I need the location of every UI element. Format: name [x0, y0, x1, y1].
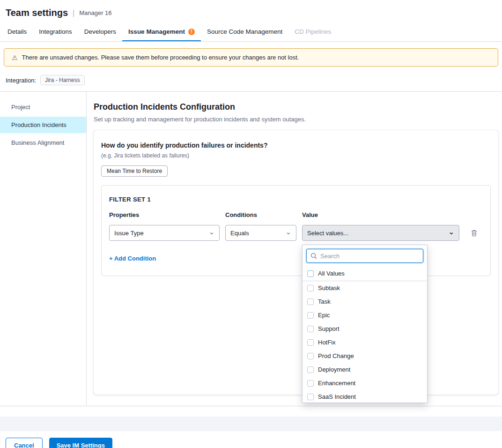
filter-column-headers: Properties Conditions Value [109, 211, 483, 218]
dropdown-search-input[interactable] [320, 253, 419, 260]
team-name: Manager 16 [79, 9, 111, 16]
cancel-button[interactable]: Cancel [6, 438, 43, 448]
option-prod-change-label: Prod Change [318, 352, 354, 359]
section-subtitle: Set up tracking and management for produ… [94, 116, 498, 123]
tab-integrations-label: Integrations [39, 28, 72, 35]
sidebar-item-business-alignment[interactable]: Business Alignment [0, 134, 86, 151]
tab-source-code-management[interactable]: Source Code Management [201, 23, 288, 41]
tab-cd-pipelines: CD Pipelines [288, 23, 337, 41]
sidebar-item-project[interactable]: Project [0, 99, 86, 115]
footer-divider-band [0, 417, 502, 431]
option-support[interactable]: Support [303, 322, 427, 336]
metric-chip-mttr[interactable]: Mean Time to Restore [101, 165, 168, 177]
page-header: Team settings | Manager 16 [0, 0, 502, 23]
filter-row: Issue Type ⌄ Equals ⌄ Select values... ⌄ [109, 225, 483, 241]
option-epic-label: Epic [318, 312, 330, 319]
integration-chip: Jira - Harness [40, 75, 85, 85]
warning-triangle-icon: ⚠ [12, 54, 18, 61]
property-select[interactable]: Issue Type ⌄ [109, 225, 220, 241]
tab-bar: Details Integrations Developers Issue Ma… [0, 23, 502, 42]
checkbox-enhancement[interactable] [307, 380, 314, 387]
column-value: Value [302, 211, 459, 218]
trash-icon [471, 229, 478, 237]
checkbox-task[interactable] [307, 299, 314, 305]
add-condition-button[interactable]: + Add Condition [109, 255, 156, 262]
tab-source-code-management-label: Source Code Management [207, 28, 282, 35]
column-properties: Properties [109, 211, 220, 218]
configuration-card: How do you identify production failures … [94, 130, 498, 395]
option-task[interactable]: Task [303, 295, 427, 308]
option-subtask[interactable]: Subtask [303, 281, 427, 295]
option-hotfix[interactable]: HotFix [303, 336, 427, 349]
tab-issue-management-label: Issue Management [128, 28, 185, 35]
tab-details[interactable]: Details [6, 23, 33, 41]
tab-cd-pipelines-label: CD Pipelines [295, 28, 331, 35]
option-subtask-label: Subtask [318, 284, 340, 291]
sidebar-item-production-incidents-label: Production Incidents [11, 121, 66, 128]
tab-developers[interactable]: Developers [78, 23, 122, 41]
option-task-label: Task [318, 298, 331, 305]
value-cell: Select values... ⌄ [302, 225, 459, 241]
save-im-settings-button[interactable]: Save IM Settings [49, 438, 112, 448]
footer-actions: Cancel Save IM Settings [0, 431, 502, 448]
search-icon [310, 253, 317, 259]
content-area: Project Production Incidents Business Al… [0, 92, 502, 406]
checkbox-subtask[interactable] [307, 285, 314, 291]
dropdown-search-box [306, 249, 423, 263]
value-multiselect[interactable]: Select values... ⌄ [302, 225, 459, 241]
value-dropdown-panel: All Values Subtask Task [302, 245, 428, 403]
option-all-values[interactable]: All Values [303, 266, 427, 281]
condition-select-value: Equals [230, 230, 249, 237]
main-panel: Production Incidents Configuration Set u… [87, 92, 502, 406]
option-enhancement[interactable]: Enhancement [303, 376, 427, 390]
option-deployment[interactable]: Deployment [303, 363, 427, 376]
sidebar-item-business-alignment-label: Business Alignment [11, 139, 64, 146]
title-divider: | [73, 9, 74, 17]
incident-question-hint: (e.g. Jira tickets labeled as failures) [101, 152, 491, 159]
page-title: Team settings [6, 7, 68, 18]
property-select-value: Issue Type [114, 230, 144, 237]
checkbox-support[interactable] [307, 326, 314, 332]
option-support-label: Support [318, 325, 340, 332]
dropdown-search-row [303, 245, 427, 266]
option-hotfix-label: HotFix [318, 339, 336, 346]
unsaved-changes-badge-icon: ! [188, 29, 195, 35]
tab-integrations[interactable]: Integrations [33, 23, 78, 41]
options-list: Subtask Task Epic [303, 281, 427, 403]
integration-label: Integration: [6, 77, 36, 84]
filter-set-title: FILTER SET 1 [109, 196, 483, 203]
option-saas-incident[interactable]: SaaS Incident [303, 390, 427, 403]
option-saas-incident-label: SaaS Incident [318, 393, 356, 400]
checkbox-saas-incident[interactable] [307, 394, 314, 400]
section-title: Production Incidents Configuration [94, 102, 498, 112]
chevron-down-icon: ⌄ [285, 228, 291, 235]
tab-issue-management[interactable]: Issue Management ! [122, 23, 201, 41]
option-enhancement-label: Enhancement [318, 380, 355, 387]
condition-select[interactable]: Equals ⌄ [225, 225, 296, 241]
tab-details-label: Details [7, 28, 27, 35]
checkbox-deployment[interactable] [307, 366, 314, 373]
value-multiselect-placeholder: Select values... [307, 230, 348, 237]
settings-sidebar: Project Production Incidents Business Al… [0, 92, 87, 406]
delete-filter-row-button[interactable] [469, 227, 480, 239]
option-deployment-label: Deployment [318, 366, 350, 373]
tab-developers-label: Developers [84, 28, 116, 35]
column-conditions: Conditions [225, 211, 296, 218]
chevron-down-icon: ⌄ [448, 228, 454, 235]
checkbox-prod-change[interactable] [307, 353, 314, 359]
filter-set-1: FILTER SET 1 Properties Conditions Value… [101, 185, 491, 276]
warning-text: There are unsaved changes. Please save t… [22, 54, 299, 61]
unsaved-changes-banner: ⚠ There are unsaved changes. Please save… [4, 48, 498, 67]
sidebar-item-project-label: Project [11, 104, 30, 111]
option-epic[interactable]: Epic [303, 308, 427, 322]
checkbox-hotfix[interactable] [307, 339, 314, 346]
chevron-down-icon: ⌄ [208, 228, 214, 235]
sidebar-item-production-incidents[interactable]: Production Incidents [0, 117, 86, 133]
option-prod-change[interactable]: Prod Change [303, 349, 427, 363]
option-all-values-label: All Values [318, 270, 345, 277]
checkbox-all-values[interactable] [307, 270, 314, 277]
integration-row: Integration: Jira - Harness [0, 71, 502, 92]
checkbox-epic[interactable] [307, 312, 314, 319]
incident-question: How do you identify production failures … [101, 142, 491, 149]
